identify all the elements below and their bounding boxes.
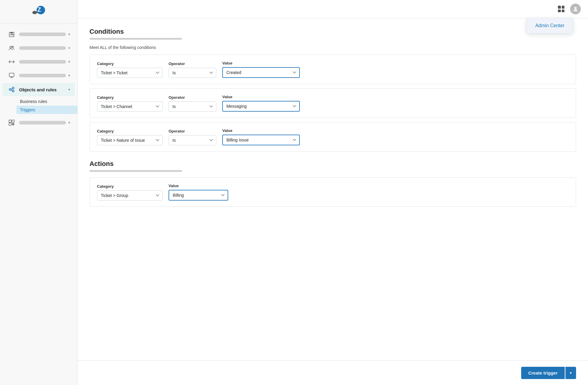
conditions-bar xyxy=(89,38,182,40)
topbar: Admin Center xyxy=(78,0,588,18)
chevron-icon: ▾ xyxy=(68,32,70,36)
actions-bar xyxy=(89,170,182,172)
admin-center-link[interactable]: Admin Center xyxy=(535,23,564,28)
svg-line-15 xyxy=(11,89,12,90)
create-trigger-button[interactable]: Create trigger xyxy=(521,367,565,379)
condition-row-1: Category Ticket > Ticket Operator Is Val… xyxy=(89,55,576,84)
nav-item-home[interactable]: ▾ xyxy=(2,28,75,41)
value-select-2[interactable]: Messaging xyxy=(222,101,300,112)
sidebar: Z ▾ ▾ ▾ ▾ Objects and rul xyxy=(0,0,78,385)
operator-group-2: Operator Is xyxy=(169,95,216,112)
submenu-item-triggers[interactable]: Triggers xyxy=(16,106,77,114)
svg-rect-4 xyxy=(12,34,13,35)
submenu: Business rules Triggers xyxy=(16,97,77,114)
category-select-3[interactable]: Ticket > Nature of Issue xyxy=(97,135,163,145)
actions-section: Actions Category Ticket > Group Value Bi… xyxy=(89,160,576,207)
svg-point-7 xyxy=(12,46,14,48)
apps-grid-button[interactable] xyxy=(556,4,567,14)
svg-rect-19 xyxy=(9,123,11,125)
value-select-1[interactable]: Created xyxy=(222,67,300,78)
operator-label-3: Operator xyxy=(169,129,216,133)
chevron-icon: ▾ xyxy=(68,73,70,78)
objects-icon xyxy=(7,86,16,93)
grid-icon xyxy=(558,6,564,12)
nav-item-channels[interactable]: ▾ xyxy=(2,56,75,68)
actions-title: Actions xyxy=(89,160,576,168)
svg-rect-5 xyxy=(10,32,13,33)
value-group-1: Value Created xyxy=(222,61,300,78)
operator-select-3[interactable]: Is xyxy=(169,135,216,145)
chevron-icon: ▾ xyxy=(68,46,70,50)
people-icon xyxy=(7,45,16,51)
condition-row-2: Category Ticket > Channel Operator Is Va… xyxy=(89,88,576,118)
svg-point-12 xyxy=(9,89,11,90)
action-category-label-1: Category xyxy=(97,184,163,189)
nav-item-workspace[interactable]: ▾ xyxy=(2,69,75,82)
category-select-2[interactable]: Ticket > Channel xyxy=(97,101,163,112)
workspace-icon xyxy=(7,72,16,79)
nav-label-bar xyxy=(19,74,66,77)
category-label-2: Category xyxy=(97,95,163,100)
nav-item-objects[interactable]: Objects and rules ▾ xyxy=(2,83,75,96)
svg-point-6 xyxy=(10,46,12,48)
value-label-3: Value xyxy=(222,128,300,133)
svg-rect-3 xyxy=(10,34,12,35)
footer: Create trigger ▾ xyxy=(78,361,588,385)
operator-label-2: Operator xyxy=(169,95,216,100)
action-category-group-1: Category Ticket > Group xyxy=(97,184,163,201)
svg-point-23 xyxy=(574,7,577,9)
user-avatar[interactable] xyxy=(570,4,581,14)
nav-item-label: Objects and rules xyxy=(19,87,66,92)
meet-all-label: Meet ALL of the following conditions xyxy=(89,45,576,50)
nav-label-bar xyxy=(19,46,66,50)
nav-label-bar xyxy=(19,33,66,36)
category-label-3: Category xyxy=(97,129,163,133)
category-label-1: Category xyxy=(97,61,163,66)
conditions-title: Conditions xyxy=(89,28,576,36)
action-value-label-1: Value xyxy=(169,184,228,188)
category-group-3: Category Ticket > Nature of Issue xyxy=(97,129,163,145)
chevron-icon: ▾ xyxy=(68,87,70,92)
main-content: Admin Center Conditions Meet ALL of the … xyxy=(78,0,588,385)
chevron-icon: ▾ xyxy=(68,121,70,125)
action-value-select-1[interactable]: Billing xyxy=(169,190,228,201)
zendesk-logo: Z xyxy=(30,4,48,19)
submenu-business-rules[interactable]: Business rules xyxy=(16,97,77,106)
value-group-3: Value Billing Issue xyxy=(222,128,300,145)
category-group-1: Category Ticket > Ticket xyxy=(97,61,163,78)
svg-rect-17 xyxy=(9,120,11,122)
value-label-2: Value xyxy=(222,95,300,99)
operator-group-3: Operator Is xyxy=(169,129,216,145)
value-label-1: Value xyxy=(222,61,300,65)
nav-item-people[interactable]: ▾ xyxy=(2,42,75,54)
svg-line-16 xyxy=(11,90,12,91)
operator-group-1: Operator Is xyxy=(169,61,216,78)
value-group-2: Value Messaging xyxy=(222,95,300,112)
svg-point-14 xyxy=(12,90,14,92)
svg-rect-18 xyxy=(12,120,14,122)
category-select-1[interactable]: Ticket > Ticket xyxy=(97,68,163,78)
svg-text:Z: Z xyxy=(37,6,41,13)
nav-item-apps[interactable]: ▾ xyxy=(2,116,75,129)
content-area: Conditions Meet ALL of the following con… xyxy=(78,18,588,361)
operator-select-1[interactable]: Is xyxy=(169,68,216,78)
nav-label-bar xyxy=(19,121,66,124)
value-select-3[interactable]: Billing Issue xyxy=(222,135,300,145)
admin-center-dropdown: Admin Center xyxy=(527,18,573,33)
logo-area: Z xyxy=(0,0,77,24)
nav-label-bar xyxy=(19,60,66,64)
action-row-1: Category Ticket > Group Value Billing xyxy=(89,177,576,207)
conditions-section: Conditions Meet ALL of the following con… xyxy=(89,28,576,152)
chevron-icon: ▾ xyxy=(68,60,70,64)
category-group-2: Category Ticket > Channel xyxy=(97,95,163,112)
condition-row-3: Category Ticket > Nature of Issue Operat… xyxy=(89,122,576,152)
channels-icon xyxy=(7,58,16,65)
action-category-select-1[interactable]: Ticket > Group xyxy=(97,190,163,201)
operator-label-1: Operator xyxy=(169,61,216,66)
building-icon xyxy=(7,31,16,38)
svg-point-13 xyxy=(12,87,14,89)
action-value-group-1: Value Billing xyxy=(169,184,228,201)
create-trigger-arrow-button[interactable]: ▾ xyxy=(565,367,576,379)
operator-select-2[interactable]: Is xyxy=(169,101,216,112)
svg-rect-9 xyxy=(9,73,14,77)
